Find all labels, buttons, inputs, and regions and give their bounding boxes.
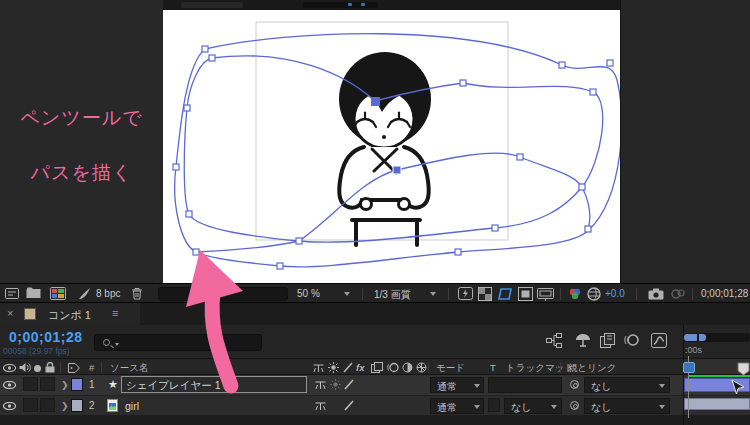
t-column-header[interactable]: T — [490, 362, 496, 373]
eye-icon[interactable] — [3, 381, 16, 389]
current-time-display[interactable]: 0;00;01;28 — [9, 329, 83, 345]
exposure-icon[interactable] — [587, 287, 601, 301]
switch-cell[interactable] — [23, 398, 38, 412]
trash-icon[interactable] — [131, 287, 143, 300]
bit-depth-button[interactable]: 8 bpc — [96, 288, 120, 299]
3d-layer-column-icon[interactable] — [416, 362, 427, 373]
blend-mode-select[interactable]: 通常 — [430, 398, 484, 414]
index-column-header[interactable]: # — [89, 362, 94, 373]
label-color-swatch[interactable] — [71, 378, 83, 391]
chevron-down-icon — [551, 405, 557, 409]
layer-index: 1 — [89, 379, 95, 390]
current-time-indicator[interactable] — [683, 362, 695, 373]
audio-column-speaker-icon[interactable] — [19, 362, 31, 373]
effects-column-icon[interactable]: fx — [356, 362, 364, 373]
render-progress-bar — [689, 375, 750, 377]
frame-blend-column-icon[interactable] — [371, 362, 383, 373]
region-of-interest-icon[interactable] — [497, 287, 513, 301]
topbar-blue-mark — [361, 3, 365, 6]
parent-select[interactable]: なし — [584, 398, 670, 414]
chevron-down-icon — [659, 384, 665, 388]
chevron-down-icon — [659, 405, 665, 409]
interpret-footage-icon[interactable] — [5, 288, 19, 299]
collapse-switch-icon[interactable] — [330, 379, 341, 390]
project-panel: ペンツールで パスを描く — [0, 0, 163, 283]
timeline-tabbar: × コンポ 1 ≡ — [0, 303, 750, 325]
source-name-column-header[interactable]: ソース名 — [110, 362, 148, 375]
quality-slash-icon[interactable] — [344, 379, 354, 390]
track-matte-column-header[interactable]: トラックマット — [506, 362, 574, 375]
label-color-swatch[interactable] — [71, 399, 83, 412]
exposure-value[interactable]: +0.0 — [605, 288, 625, 299]
after-effects-window: ペンツールで パスを描く — [0, 0, 750, 425]
new-folder-icon[interactable] — [26, 287, 41, 299]
panel-toolbars: 8 bpc 50 % 1/3 画質 +0.0 0;00;01;28 — [0, 283, 750, 303]
composition-viewport[interactable] — [163, 10, 620, 283]
layer-row-2[interactable]: ❯ 2 girl 通常 なし なし — [0, 395, 750, 415]
resolution-select[interactable]: 1/3 画質 — [374, 288, 411, 302]
blend-mode-value: 通常 — [437, 401, 457, 415]
solo-column-icon[interactable] — [34, 365, 41, 372]
mask-visibility-icon[interactable] — [518, 287, 533, 301]
snapshot-camera-icon[interactable] — [648, 288, 664, 300]
timeline-tab-comp1[interactable]: × コンポ 1 ≡ — [0, 303, 140, 325]
label-column-icon[interactable] — [68, 363, 80, 373]
mode-column-header[interactable]: モード — [436, 362, 465, 375]
channel-rgb-icon[interactable] — [568, 288, 582, 301]
timeline-zoom-scrollbar[interactable] — [684, 333, 750, 342]
expand-arrow-icon[interactable]: ❯ — [61, 401, 69, 411]
parent-pickwhip-icon[interactable] — [570, 401, 579, 410]
fast-preview-icon[interactable] — [458, 287, 473, 301]
chevron-down-icon[interactable] — [344, 292, 350, 296]
mini-flowchart-icon[interactable] — [546, 333, 562, 348]
preserve-transparency-cell[interactable] — [488, 398, 500, 412]
quality-switch-icon[interactable] — [315, 380, 326, 390]
layer-row-1[interactable]: ❯ 1 ★ シェイプレイヤー 1 通常 なし — [0, 375, 750, 395]
comp-marker-bin-icon[interactable] — [737, 362, 750, 376]
view-layout-icon[interactable] — [537, 287, 554, 301]
scrollbar-handle[interactable] — [684, 334, 706, 341]
track-matte-select[interactable]: なし — [504, 398, 562, 414]
layer-name: シェイプレイヤー 1 — [126, 379, 220, 393]
tab-title[interactable]: コンポ 1 — [48, 308, 91, 323]
parent-link-column-header[interactable]: 親とリンク — [568, 362, 616, 375]
eye-icon[interactable] — [3, 402, 16, 410]
transparency-grid-icon[interactable] — [478, 287, 492, 301]
blend-mode-select[interactable]: 通常 — [430, 377, 484, 393]
new-composition-icon[interactable] — [50, 287, 66, 300]
selected-vertex[interactable] — [393, 166, 401, 174]
layer-2-duration-bar[interactable] — [684, 398, 750, 410]
switch-cell[interactable] — [40, 398, 55, 412]
viewer-timecode: 0;00;01;28 — [701, 288, 748, 299]
magnification-select[interactable]: 50 % — [297, 288, 320, 299]
close-icon[interactable]: × — [7, 307, 13, 319]
show-snapshot-icon[interactable] — [671, 288, 685, 300]
quality-slash-icon[interactable] — [344, 400, 354, 411]
frame-blending-icon[interactable] — [600, 333, 615, 348]
layer-name[interactable]: girl — [125, 400, 139, 412]
selected-vertex[interactable] — [371, 97, 380, 106]
lock-column-icon[interactable] — [45, 362, 55, 373]
search-input[interactable] — [94, 334, 262, 351]
shy-column-icon[interactable] — [313, 363, 324, 373]
video-column-eye-icon[interactable] — [3, 364, 16, 372]
motion-blur-icon[interactable] — [624, 333, 639, 347]
graph-editor-icon[interactable] — [651, 333, 667, 348]
switch-cell[interactable] — [40, 377, 55, 391]
draft-3d-icon[interactable] — [575, 333, 591, 347]
quality-switch-icon[interactable] — [315, 401, 326, 411]
layer-name-field[interactable]: シェイプレイヤー 1 — [121, 376, 307, 393]
expand-arrow-icon[interactable]: ❯ — [61, 380, 69, 390]
quality-column-icon[interactable] — [343, 362, 353, 373]
brush-icon[interactable] — [78, 287, 91, 300]
switch-cell[interactable] — [23, 377, 38, 391]
adjustment-layer-column-icon[interactable] — [402, 362, 413, 373]
track-matte-field[interactable] — [488, 377, 562, 393]
chevron-down-icon[interactable] — [430, 292, 436, 296]
parent-pickwhip-icon[interactable] — [570, 380, 579, 389]
parent-select[interactable]: なし — [584, 377, 670, 393]
panel-menu-icon[interactable]: ≡ — [112, 307, 118, 319]
collapse-transformations-icon[interactable] — [328, 362, 339, 373]
girl-illustration — [339, 52, 431, 245]
motion-blur-column-icon[interactable] — [387, 362, 399, 373]
